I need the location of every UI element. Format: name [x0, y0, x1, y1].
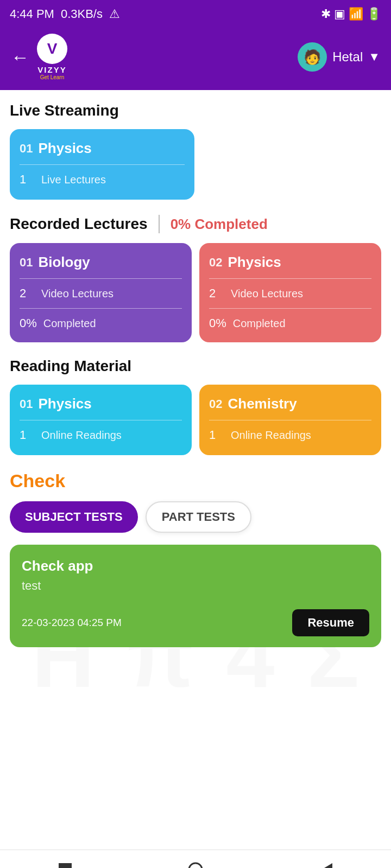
svg-point-1	[189, 863, 202, 869]
reading-physics-number: 01	[20, 397, 33, 411]
test-card-footer: 22-03-2023 04:25 PM Resume	[22, 609, 369, 636]
biology-completed-label: Completed	[43, 317, 96, 330]
nav-back-icon[interactable]	[316, 860, 336, 869]
part-tests-tab[interactable]: PART TESTS	[146, 501, 251, 533]
back-button[interactable]: ←	[11, 47, 29, 68]
avatar[interactable]: 🧑	[298, 42, 327, 72]
reading-chemistry-count: 1	[209, 428, 224, 442]
reading-chemistry-subject: Chemistry	[228, 395, 297, 412]
app-logo: V VIZYY Get Learn	[37, 34, 67, 80]
biology-card-subject: Biology	[38, 254, 90, 271]
app-header: ← V VIZYY Get Learn 🧑 Hetal ▼	[0, 28, 391, 90]
reading-chemistry-card[interactable]: 02 Chemistry 1 Online Readings	[199, 385, 381, 455]
reading-physics-count: 1	[20, 428, 35, 442]
avatar-icon: 🧑	[304, 49, 321, 66]
reading-chemistry-label: Online Readings	[231, 429, 311, 442]
main-content: Pα+2 Hπ4Σ Live Streaming 01 Physics 1 Li…	[0, 90, 391, 850]
physics-completed-label: Completed	[233, 317, 286, 330]
biology-video-label: Video Lectures	[41, 288, 113, 300]
bottom-navigation	[0, 850, 391, 868]
bluetooth-icon: ✱	[321, 7, 331, 21]
test-date: 22-03-2023 04:25 PM	[22, 617, 122, 629]
watermark: Pα+2 Hπ4Σ	[0, 90, 391, 850]
physics-completed-pct: 0%	[209, 316, 226, 330]
recorded-lectures-cards: 01 Biology 2 Video Lectures 0% Completed…	[10, 243, 381, 342]
subject-tests-tab[interactable]: SUBJECT TESTS	[10, 501, 138, 533]
battery-icon: 🔋	[367, 7, 381, 21]
biology-completed-pct: 0%	[20, 316, 37, 330]
logo-sub: Get Learn	[40, 74, 64, 80]
live-card-subject: Physics	[38, 140, 91, 157]
nav-square-icon[interactable]	[55, 860, 75, 869]
header-divider	[159, 215, 160, 233]
recorded-physics-card[interactable]: 02 Physics 2 Video Lectures 0% Completed	[199, 243, 381, 342]
live-physics-card[interactable]: 01 Physics 1 Live Lectures	[10, 129, 194, 200]
test-card-subtitle: test	[22, 579, 369, 593]
wifi-icon: 📶	[349, 7, 363, 21]
user-name: Hetal	[332, 49, 363, 65]
physics-card-number: 02	[209, 256, 222, 270]
reading-physics-card[interactable]: 01 Physics 1 Online Readings	[10, 385, 192, 455]
logo-name: VIZYY	[37, 65, 66, 74]
live-card-count: 1	[20, 173, 35, 187]
svg-marker-2	[321, 863, 332, 869]
reading-material-cards: 01 Physics 1 Online Readings 02 Chemistr…	[10, 385, 381, 455]
reading-chemistry-number: 02	[209, 397, 222, 411]
live-card-label: Live Lectures	[41, 174, 106, 186]
reading-physics-subject: Physics	[38, 395, 91, 412]
recorded-lectures-header: Recorded Lectures 0% Completed	[10, 215, 381, 233]
test-card[interactable]: Check app test 22-03-2023 04:25 PM Resum…	[10, 545, 381, 647]
check-section-title: Check	[10, 470, 381, 492]
notification-icon: ⚠	[109, 7, 120, 21]
svg-rect-0	[59, 863, 72, 869]
nav-circle-icon[interactable]	[186, 860, 205, 869]
status-bar: 4:44 PM 0.3KB/s ⚠ ✱ ▣ 📶 🔋	[0, 0, 391, 28]
physics-card-subject: Physics	[228, 254, 281, 271]
check-tabs: SUBJECT TESTS PART TESTS	[10, 501, 381, 533]
user-dropdown-icon[interactable]: ▼	[368, 50, 380, 64]
completed-percentage: 0% Completed	[171, 216, 268, 233]
sim-icon: ▣	[334, 7, 345, 21]
reading-material-title: Reading Material	[10, 358, 381, 375]
resume-button[interactable]: Resume	[292, 609, 369, 636]
live-streaming-title: Live Streaming	[10, 102, 381, 119]
biology-card-number: 01	[20, 256, 33, 270]
test-card-title: Check app	[22, 558, 369, 575]
live-streaming-cards: 01 Physics 1 Live Lectures	[10, 129, 381, 200]
time-display: 4:44 PM	[10, 7, 54, 21]
recorded-biology-card[interactable]: 01 Biology 2 Video Lectures 0% Completed	[10, 243, 192, 342]
recorded-lectures-title: Recorded Lectures	[10, 215, 148, 233]
live-card-number: 01	[20, 142, 33, 156]
physics-video-count: 2	[209, 286, 224, 301]
network-speed: 0.3KB/s	[61, 7, 103, 21]
physics-video-label: Video Lectures	[231, 288, 303, 300]
biology-video-count: 2	[20, 286, 35, 301]
reading-physics-label: Online Readings	[41, 429, 122, 442]
